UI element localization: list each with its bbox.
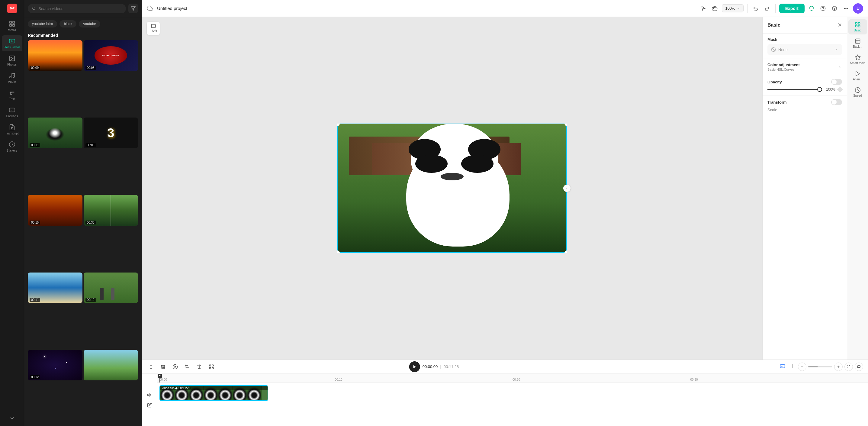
more-button[interactable] <box>841 4 850 13</box>
filter-button[interactable] <box>128 4 138 13</box>
sidebar-item-stickers[interactable]: Stickers <box>2 139 22 155</box>
opacity-slider-row: 100% <box>768 87 842 92</box>
search-bar <box>24 0 142 17</box>
zoom-slider[interactable] <box>808 366 832 367</box>
tag-youtube[interactable]: youtube <box>79 20 100 28</box>
search-input-wrapper[interactable] <box>28 4 126 13</box>
opacity-thumb[interactable] <box>817 87 822 92</box>
mask-value: None <box>778 48 788 52</box>
panel-close-button[interactable]: ✕ <box>837 22 842 28</box>
filter-icon <box>131 6 135 11</box>
current-time: 00:00:00 <box>423 364 438 369</box>
hand-tool[interactable] <box>710 4 719 13</box>
tag-youtube-intro[interactable]: youtube intro <box>28 20 57 28</box>
tl-playback-tool[interactable] <box>171 363 179 371</box>
mask-select-left: None <box>771 47 788 52</box>
video-thumb-2[interactable]: WORLD NEWS 00:08 <box>84 40 138 71</box>
video-clip[interactable]: video clip ◆ 00:11:28 <box>159 385 268 401</box>
svg-marker-44 <box>159 375 161 376</box>
mask-select[interactable]: None <box>768 44 842 55</box>
nav-more-button[interactable] <box>2 413 22 424</box>
sidebar-item-stock-videos[interactable]: Stock videos <box>2 35 22 51</box>
tl-more-tool[interactable] <box>207 363 216 371</box>
sidebar-item-photos[interactable]: Photos <box>2 53 22 68</box>
transform-toggle[interactable] <box>831 99 842 105</box>
panel-collapse-handle[interactable]: ‹ <box>563 185 570 192</box>
tl-split-center-btn[interactable] <box>788 362 796 371</box>
tag-black[interactable]: black <box>60 20 76 28</box>
canvas-frame: ‹ <box>337 124 567 253</box>
tab-background[interactable]: Back... <box>848 36 867 51</box>
video-thumb-9[interactable]: 00:12 <box>28 350 83 381</box>
opacity-toggle[interactable] <box>831 79 842 85</box>
track-volume-btn[interactable] <box>146 391 153 399</box>
user-avatar[interactable]: U <box>853 3 863 13</box>
track-area: 00:00 00:10 00:20 00:30 <box>157 374 868 426</box>
aspect-ratio-badge[interactable]: 16:9 <box>147 22 160 35</box>
divider-1 <box>747 4 747 13</box>
video-thumb-7[interactable]: 00:11 <box>28 273 83 303</box>
export-button[interactable]: Export <box>779 4 805 13</box>
transform-toggle-knob <box>832 100 837 104</box>
video-duration-4: 00:03 <box>86 143 96 147</box>
video-thumb-1[interactable]: 00:09 <box>28 40 83 71</box>
right-panel-basic: Basic ✕ Mask None <box>762 17 847 360</box>
video-grid: 00:09 WORLD NEWS 00:08 00:11 3 00:03 <box>24 40 142 426</box>
tab-smart-tools[interactable]: Smart tools <box>848 52 867 67</box>
tl-crop-tool[interactable] <box>183 363 191 371</box>
video-thumb-3[interactable]: 00:11 <box>28 118 83 148</box>
tab-animate[interactable]: Anim... <box>848 68 867 83</box>
svg-marker-32 <box>175 366 176 368</box>
svg-text:✂: ✂ <box>10 5 14 11</box>
tl-split-tool[interactable] <box>147 363 155 371</box>
layers-button[interactable] <box>830 4 839 13</box>
playhead[interactable] <box>159 374 160 383</box>
fit-view-button[interactable] <box>844 363 853 371</box>
color-adj-row[interactable]: Color adjustment Basic,HSL,Curves <box>768 63 842 71</box>
zoom-display[interactable]: 100% <box>722 4 743 12</box>
pointer-tool[interactable] <box>699 4 708 13</box>
tl-delete-tool[interactable] <box>159 363 167 371</box>
video-thumb-5[interactable]: 00:15 <box>28 195 83 226</box>
opacity-section: Opacity 100% <box>763 75 847 95</box>
track-edit-btn[interactable] <box>146 401 153 409</box>
video-duration-5: 00:15 <box>30 220 40 224</box>
svg-rect-24 <box>855 23 857 25</box>
comment-button[interactable] <box>855 363 863 371</box>
svg-text:T: T <box>9 92 11 95</box>
sidebar-item-text[interactable]: T Text <box>2 87 22 103</box>
undo-button[interactable] <box>751 4 760 13</box>
video-thumb-6[interactable]: 00:30 <box>84 195 138 226</box>
video-thumb-8[interactable]: 00:19 <box>84 273 138 303</box>
total-time: 00:11:28 <box>444 364 459 369</box>
color-adj-left: Color adjustment Basic,HSL,Curves <box>768 63 800 71</box>
sidebar-item-audio[interactable]: Audio <box>2 70 22 86</box>
shield-button[interactable] <box>807 4 816 13</box>
tab-basic[interactable]: Basic <box>848 19 867 34</box>
svg-rect-26 <box>855 25 857 27</box>
zoom-out-button[interactable] <box>798 363 806 371</box>
tl-caption-btn[interactable] <box>779 362 786 371</box>
timeline-ruler: 00:00 00:10 00:20 00:30 <box>157 374 868 383</box>
play-button[interactable] <box>409 361 420 372</box>
app-logo[interactable]: ✂ <box>6 2 18 14</box>
redo-button[interactable] <box>763 4 772 13</box>
help-button[interactable] <box>818 4 828 13</box>
sidebar-item-captions[interactable]: Captions <box>2 104 22 120</box>
sidebar-item-media[interactable]: Media <box>2 18 22 34</box>
tl-flip-tool[interactable] <box>195 363 204 371</box>
aspect-icon <box>151 24 156 28</box>
opacity-slider[interactable] <box>768 89 822 90</box>
video-thumb-4[interactable]: 3 00:03 <box>84 118 138 148</box>
svg-rect-36 <box>212 367 214 369</box>
svg-point-18 <box>844 8 845 8</box>
keyframe-diamond[interactable] <box>837 86 843 92</box>
tab-speed[interactable]: Speed <box>848 85 867 100</box>
track-controls <box>142 374 157 426</box>
search-field[interactable] <box>38 6 122 11</box>
svg-point-19 <box>846 8 846 8</box>
sidebar-item-transcript[interactable]: Transcript <box>2 121 22 138</box>
top-bar-tools: 100% Export <box>699 3 863 13</box>
video-thumb-10[interactable] <box>84 350 138 381</box>
zoom-in-button[interactable] <box>834 363 843 371</box>
